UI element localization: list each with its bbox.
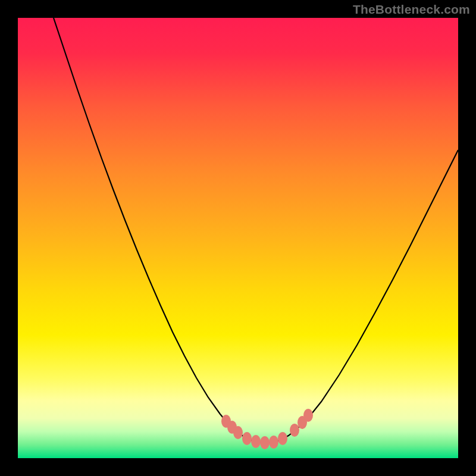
flat-marker-3 (233, 426, 243, 439)
flat-marker-8 (278, 432, 287, 445)
plot-area (18, 18, 458, 458)
curve-svg (18, 18, 458, 458)
flat-marker-5 (251, 435, 261, 448)
watermark-text: TheBottleneck.com (353, 2, 470, 17)
flat-marker-11 (303, 409, 313, 422)
bottleneck-curve (54, 18, 458, 443)
curve-markers (221, 409, 313, 449)
chart-frame: TheBottleneck.com (0, 0, 476, 476)
flat-marker-6 (260, 436, 270, 449)
flat-marker-7 (269, 436, 278, 449)
flat-marker-4 (242, 432, 252, 445)
flat-marker-9 (290, 424, 299, 437)
